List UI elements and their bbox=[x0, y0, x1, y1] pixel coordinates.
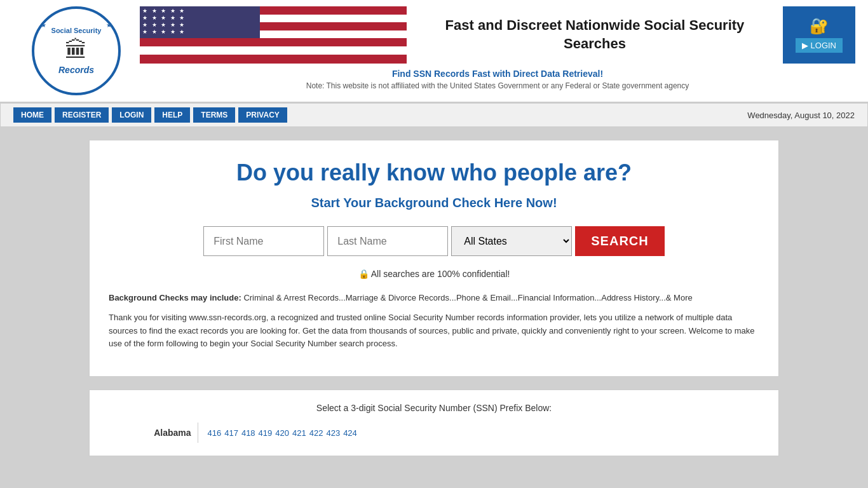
ssn-section: Select a 3-digit Social Security Number … bbox=[89, 390, 779, 456]
search-form: All StatesAlabamaAlaskaArizonaArkansasCa… bbox=[109, 226, 759, 256]
first-name-input[interactable] bbox=[203, 226, 324, 256]
main-heading: Do you really know who people are? bbox=[109, 159, 759, 186]
nav-home[interactable]: HOME bbox=[13, 107, 51, 123]
flag-stars: ★ ★ ★ ★ ★★ ★ ★ ★ ★★ ★ ★ ★ ★★ ★ ★ ★ ★ bbox=[142, 8, 186, 36]
confidential-note: 🔒 All searches are 100% confidential! bbox=[109, 269, 759, 279]
ssn-prefix-link[interactable]: 422 bbox=[309, 428, 323, 438]
banner-subtitle: Find SSN Records Fast with Direct Data R… bbox=[153, 69, 843, 79]
lock-key-icon: 🔐 bbox=[810, 17, 829, 35]
logo-star-left: ★ bbox=[41, 22, 46, 29]
ssn-prefix-link[interactable]: 420 bbox=[275, 428, 289, 438]
state-name-cell: Alabama bbox=[102, 423, 198, 443]
logo-bottom-text: Records bbox=[58, 65, 94, 75]
banner-bottom: Find SSN Records Fast with Direct Data R… bbox=[140, 64, 855, 95]
logo-area: ★ ★ Social Security 🏛 Records bbox=[13, 6, 140, 95]
banner-login-box: 🔐 ▶ LOGIN bbox=[783, 6, 855, 64]
logo-star-right: ★ bbox=[106, 22, 112, 29]
last-name-input[interactable] bbox=[327, 226, 448, 256]
ssn-title: Select a 3-digit Social Security Number … bbox=[102, 403, 766, 413]
nav-help[interactable]: HELP bbox=[154, 107, 190, 123]
body-text: Thank you for visiting www.ssn-records.o… bbox=[109, 311, 759, 351]
nav-register[interactable]: REGISTER bbox=[55, 107, 109, 123]
ssn-prefix-link[interactable]: 423 bbox=[326, 428, 340, 438]
ssn-row: Alabama416417418419420421422423424 bbox=[102, 423, 766, 443]
login-button[interactable]: ▶ LOGIN bbox=[796, 38, 843, 53]
nav-login[interactable]: LOGIN bbox=[112, 107, 151, 123]
ssn-prefix-link[interactable]: 418 bbox=[241, 428, 255, 438]
banner-top: ★ ★ ★ ★ ★★ ★ ★ ★ ★★ ★ ★ ★ ★★ ★ ★ ★ ★ Fas… bbox=[140, 6, 855, 64]
search-button[interactable]: SEARCH bbox=[575, 226, 664, 256]
ssn-links-cell: 416417418419420421422423424 bbox=[198, 423, 766, 443]
nav-bar: HOME REGISTER LOGIN HELP TERMS PRIVACY W… bbox=[0, 103, 868, 127]
banner-text-box: Fast and Discreet Nationwide Social Secu… bbox=[407, 6, 783, 64]
banner-area: ★ ★ ★ ★ ★★ ★ ★ ★ ★★ ★ ★ ★ ★★ ★ ★ ★ ★ Fas… bbox=[140, 6, 855, 95]
ssn-table: Alabama416417418419420421422423424 bbox=[102, 423, 766, 443]
ssn-prefix-link[interactable]: 424 bbox=[343, 428, 357, 438]
banner-note: Note: This website is not affiliated wit… bbox=[153, 81, 843, 90]
banner-main-text: Fast and Discreet Nationwide Social Secu… bbox=[413, 17, 776, 53]
background-info: Background Checks may include: Criminal … bbox=[109, 292, 759, 351]
logo-building-icon: 🏛 bbox=[65, 37, 88, 64]
ssn-prefix-link[interactable]: 417 bbox=[224, 428, 238, 438]
nav-links: HOME REGISTER LOGIN HELP TERMS PRIVACY bbox=[13, 107, 287, 123]
sub-heading: Start Your Background Check Here Now! bbox=[109, 196, 759, 210]
ssn-prefix-link[interactable]: 421 bbox=[292, 428, 306, 438]
main-content: Do you really know who people are? Start… bbox=[89, 140, 779, 377]
ssn-prefix-link[interactable]: 416 bbox=[208, 428, 222, 438]
ssn-prefix-link[interactable]: 419 bbox=[259, 428, 273, 438]
header: ★ ★ Social Security 🏛 Records ★ ★ ★ ★ ★★… bbox=[0, 0, 868, 103]
bg-text: Criminal & Arrest Records...Marriage & D… bbox=[243, 293, 692, 302]
logo-top-text: Social Security bbox=[51, 27, 102, 35]
site-logo: ★ ★ Social Security 🏛 Records bbox=[32, 6, 121, 95]
state-select[interactable]: All StatesAlabamaAlaskaArizonaArkansasCa… bbox=[451, 226, 572, 256]
banner-flag: ★ ★ ★ ★ ★★ ★ ★ ★ ★★ ★ ★ ★ ★★ ★ ★ ★ ★ bbox=[140, 6, 407, 64]
nav-privacy[interactable]: PRIVACY bbox=[238, 107, 287, 123]
nav-date: Wednesday, August 10, 2022 bbox=[747, 111, 855, 120]
bg-bold-label: Background Checks may include: bbox=[109, 293, 241, 302]
nav-terms[interactable]: TERMS bbox=[193, 107, 235, 123]
